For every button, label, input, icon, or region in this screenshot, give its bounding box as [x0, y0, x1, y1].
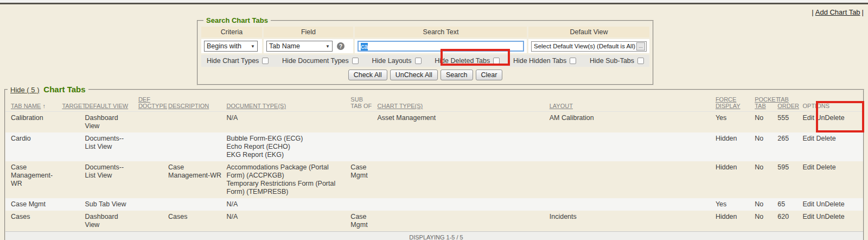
cell-document_types: N/A	[225, 198, 349, 211]
cell-target	[60, 211, 82, 232]
chart-tabs-panel: Hide ( 5 ) Chart Tabs TAB NAME↑TARGETDEF…	[4, 85, 864, 240]
column-header-tab_name[interactable]: TAB NAME↑	[5, 95, 60, 112]
hide-results-link[interactable]: Hide ( 5 )	[10, 86, 39, 94]
filter-hide-layouts: Hide Layouts	[372, 57, 422, 65]
cell-description: Case Management-WR	[166, 161, 224, 198]
cell-document_types: N/A	[225, 112, 349, 133]
cell-pocket_tab: No	[752, 161, 775, 198]
search-text-input[interactable]: ca	[358, 41, 524, 52]
help-icon[interactable]: ?	[337, 42, 344, 50]
cell-chart_types: Asset Management	[375, 112, 547, 133]
filter-label: Hide Deleted Tabs	[435, 57, 490, 65]
default-view-browse-button[interactable]: ...	[636, 42, 645, 50]
search-panel-legend: Search Chart Tabs	[203, 16, 271, 24]
column-header-description[interactable]: DESCRIPTION	[166, 95, 224, 112]
column-header-layout[interactable]: LAYOUT	[547, 95, 713, 112]
cell-pocket_tab: No	[752, 132, 775, 161]
filter-label: Hide Sub-Tabs	[590, 57, 634, 65]
search-column-header-default-view: Default View	[528, 27, 649, 37]
column-header-default_view[interactable]: DEFAULT VIEW	[83, 95, 136, 112]
cell-chart_types	[375, 198, 547, 211]
cell-chart_types	[375, 211, 547, 232]
search-buttons-row: Check AllUnCheck AllSearchClear	[201, 68, 649, 80]
column-header-def_doctype[interactable]: DEFDOCTYPE	[136, 95, 166, 112]
column-header-chart_types[interactable]: CHART TYPE(S)	[375, 95, 547, 112]
cell-force_display: Yes	[713, 198, 752, 211]
column-header-text: TAB OF	[350, 103, 372, 109]
cell-document_types: N/A	[225, 211, 349, 232]
column-header-text: DOCTYPE	[138, 103, 167, 109]
column-header-document_types[interactable]: DOCUMENT TYPE(S)	[225, 95, 349, 112]
cell-sub_tab_of	[348, 132, 375, 161]
cell-def_doctype	[136, 211, 166, 232]
selected-text: ca	[361, 43, 368, 50]
column-header-target[interactable]: TARGET	[60, 95, 82, 112]
cell-tab_order: 620	[775, 211, 800, 232]
column-header-text: TARGET	[62, 103, 86, 109]
cell-target	[60, 198, 82, 211]
checkbox-hide-deleted-tabs[interactable]	[493, 58, 500, 64]
cell-description	[166, 198, 224, 211]
cell-layout: Incidents	[547, 211, 713, 232]
column-header-text: POCKET	[755, 96, 779, 103]
chevron-down-icon: ▼	[251, 44, 255, 49]
cell-default_view: Documents-- List View	[83, 132, 136, 161]
check-all-button[interactable]: Check All	[348, 70, 387, 80]
cell-tab_name: Case Management- WR	[5, 161, 60, 198]
cell-options[interactable]: Edit Delete	[800, 161, 863, 198]
cell-tab_order: 555	[775, 112, 800, 133]
cell-pocket_tab: No	[752, 198, 775, 211]
column-header-force_display[interactable]: FORCEDISPLAY	[713, 95, 752, 112]
filter-label: Hide Hidden Tabs	[513, 57, 566, 65]
filter-hide-document-types: Hide Document Types	[282, 57, 359, 65]
cell-target	[60, 112, 82, 133]
separator: |	[862, 8, 864, 16]
cell-target	[60, 161, 82, 198]
cell-options[interactable]: Edit UnDelete	[800, 112, 863, 133]
checkbox-hide-hidden-tabs[interactable]	[570, 58, 576, 64]
column-header-pocket_tab[interactable]: POCKETTAB	[752, 95, 775, 112]
cell-pocket_tab: No	[752, 211, 775, 232]
cell-pocket_tab: No	[752, 112, 775, 133]
cell-default_view: Dashboard View	[83, 211, 136, 232]
uncheck-all-button[interactable]: UnCheck All	[390, 70, 438, 80]
cell-tab_order: 595	[775, 161, 800, 198]
column-header-sub_tab_of: SUBTAB OF	[348, 95, 375, 112]
default-view-value: Select Default View(s) (Default is All)	[533, 42, 636, 50]
field-select[interactable]: Tab Name ▼	[266, 41, 333, 52]
criteria-select[interactable]: Begins with ▼	[204, 41, 258, 52]
add-chart-tab-link[interactable]: Add Chart Tab	[815, 8, 860, 16]
clear-button[interactable]: Clear	[476, 70, 503, 80]
checkbox-hide-sub-tabs[interactable]	[637, 58, 644, 64]
chart-tabs-table: TAB NAME↑TARGETDEFAULT VIEWDEFDOCTYPEDES…	[5, 95, 863, 240]
filter-label: Hide Layouts	[372, 57, 412, 65]
column-header-tab_order[interactable]: TABORDER	[775, 95, 800, 112]
column-header-text: DEF	[138, 96, 150, 103]
cell-options[interactable]: Edit UnDelete	[800, 198, 863, 211]
cell-def_doctype	[136, 198, 166, 211]
filter-label: Hide Chart Types	[207, 57, 259, 65]
column-header-text: OPTIONS	[802, 103, 829, 109]
search-button[interactable]: Search	[441, 70, 473, 80]
checkbox-hide-layouts[interactable]	[415, 58, 422, 64]
checkbox-hide-chart-types[interactable]	[262, 58, 269, 64]
checkbox-hide-document-types[interactable]	[352, 58, 359, 64]
default-view-input[interactable]: Select Default View(s) (Default is All) …	[531, 41, 647, 52]
cell-chart_types	[375, 132, 547, 161]
table-row: CasesDashboard ViewCasesN/ACase MgmtInci…	[5, 211, 863, 232]
cell-def_doctype	[136, 112, 166, 133]
search-column-header-field: Field	[264, 27, 353, 37]
chevron-down-icon: ▼	[326, 44, 330, 49]
cell-options[interactable]: Edit Delete	[800, 132, 863, 161]
cell-def_doctype	[136, 132, 166, 161]
cell-description	[166, 132, 224, 161]
cell-document_types: Accommodations Package (Portal Form) (AC…	[225, 161, 349, 198]
chart-tabs-legend: Hide ( 5 ) Chart Tabs	[8, 85, 88, 94]
top-border-bar	[0, 0, 868, 4]
column-header-text: DOCUMENT TYPE(S)	[227, 103, 286, 109]
cell-layout	[547, 161, 713, 198]
cell-options[interactable]: Edit UnDelete	[800, 211, 863, 232]
search-text-cell: ca	[355, 39, 527, 53]
table-row: CalibrationDashboard ViewN/AAsset Manage…	[5, 112, 863, 133]
column-header-text: SUB	[350, 96, 363, 103]
